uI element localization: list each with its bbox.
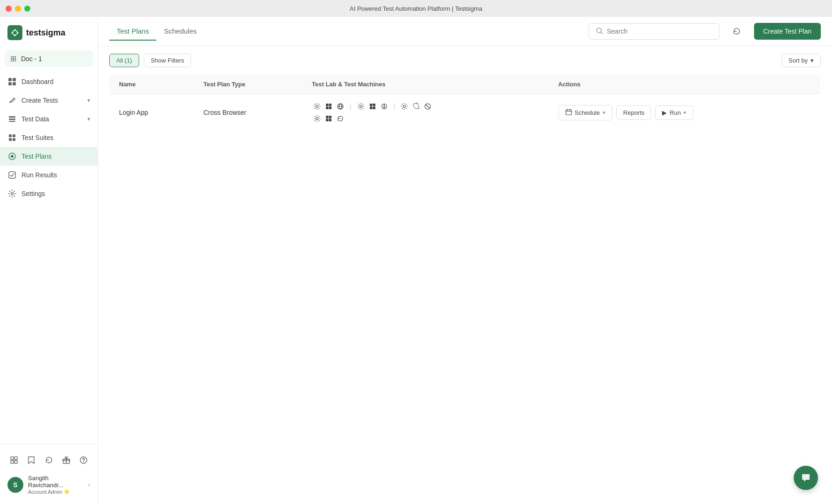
svg-rect-3 xyxy=(13,78,16,81)
svg-rect-2 xyxy=(8,78,12,81)
calendar-icon xyxy=(565,109,572,117)
svg-point-37 xyxy=(383,105,385,106)
sidebar-item-test-plans[interactable]: Test Plans xyxy=(0,147,98,166)
sidebar-item-settings[interactable]: Settings xyxy=(0,184,98,203)
svg-point-25 xyxy=(316,105,318,108)
test-plans-table: Name Test Plan Type Test Lab & Test Mach… xyxy=(109,75,821,132)
machine-group-1: | | xyxy=(312,101,540,112)
sidebar-logo: testsigma xyxy=(0,17,98,49)
col-type: Test Plan Type xyxy=(194,75,303,94)
svg-point-16 xyxy=(11,193,14,195)
chevron-down-icon: ▾ xyxy=(811,57,814,64)
svg-rect-26 xyxy=(326,104,329,106)
refresh-button[interactable] xyxy=(729,23,745,39)
chevron-down-icon: ▾ xyxy=(603,110,606,116)
machine-group-2 xyxy=(312,113,540,124)
refresh-small-icon xyxy=(335,113,345,124)
tab-test-plans[interactable]: Test Plans xyxy=(109,22,156,41)
search-box xyxy=(589,23,719,40)
gift-icon[interactable] xyxy=(60,453,72,467)
svg-rect-15 xyxy=(9,172,15,178)
svg-rect-19 xyxy=(11,461,14,463)
create-tests-icon xyxy=(7,96,17,105)
sidebar-bottom-icons xyxy=(5,449,93,471)
run-button[interactable]: ▶ Run ▾ xyxy=(655,105,693,120)
minimize-button[interactable] xyxy=(15,6,21,12)
svg-rect-11 xyxy=(9,138,12,141)
sidebar-item-create-tests[interactable]: Create Tests ▾ xyxy=(0,91,98,110)
run-results-icon xyxy=(7,170,17,180)
sidebar-item-run-results[interactable]: Run Results xyxy=(0,166,98,184)
svg-point-1 xyxy=(13,31,17,35)
sidebar: testsigma ⊞ Doc - 1 Dashboard Create Tes… xyxy=(0,17,98,504)
logo-icon xyxy=(7,25,22,40)
sidebar-item-test-data[interactable]: Test Data ▾ xyxy=(0,110,98,128)
col-machines: Test Lab & Test Machines xyxy=(303,75,549,94)
test-suites-icon xyxy=(7,133,17,142)
plan-machines: | | xyxy=(303,94,549,132)
actions-cell: Schedule ▾ Reports ▶ Run ▾ xyxy=(558,105,811,120)
tab-schedules[interactable]: Schedules xyxy=(156,22,204,41)
refresh-icon[interactable] xyxy=(42,453,55,467)
sidebar-item-test-suites[interactable]: Test Suites xyxy=(0,128,98,147)
svg-rect-42 xyxy=(329,116,332,119)
schedule-label: Schedule xyxy=(575,109,600,116)
bookmark-icon[interactable] xyxy=(25,453,37,467)
svg-rect-29 xyxy=(329,107,332,110)
chevron-down-icon: ▾ xyxy=(87,97,90,104)
svg-rect-43 xyxy=(326,119,329,122)
sidebar-nav: Dashboard Create Tests ▾ Test Data ▾ xyxy=(0,69,98,443)
all-filter-button[interactable]: All (1) xyxy=(109,54,139,67)
schedule-button[interactable]: Schedule ▾ xyxy=(558,105,613,120)
content-area: All (1) Show Filters Sort by ▾ Name Test… xyxy=(98,46,832,504)
apple-icon xyxy=(411,101,421,112)
chevron-down-icon: ▾ xyxy=(87,116,90,122)
main-content: Test Plans Schedules Create Test Plan xyxy=(98,17,832,504)
svg-rect-6 xyxy=(9,116,15,118)
circle-icon xyxy=(379,101,389,112)
browser-icon xyxy=(335,101,345,112)
svg-rect-10 xyxy=(13,134,15,137)
close-button[interactable] xyxy=(6,6,12,12)
svg-rect-41 xyxy=(326,116,329,119)
chat-button[interactable] xyxy=(794,466,818,490)
sidebar-user[interactable]: S Sangith Ravichandr... Account Admin ⭐ … xyxy=(5,471,93,498)
sidebar-doc-item[interactable]: ⊞ Doc - 1 xyxy=(5,50,93,67)
titlebar: AI Powered Test Automation Platform | Te… xyxy=(0,0,832,17)
sidebar-item-dashboard[interactable]: Dashboard xyxy=(0,72,98,91)
windows-icon-2 xyxy=(367,101,378,112)
chevron-right-icon: › xyxy=(88,482,90,488)
svg-rect-34 xyxy=(370,107,373,110)
user-name: Sangith Ravichandr... xyxy=(28,475,84,489)
sort-by-button[interactable]: Sort by ▾ xyxy=(782,54,821,67)
table-row: Login App Cross Browser xyxy=(110,94,821,132)
reports-label: Reports xyxy=(623,109,645,116)
help-icon[interactable] xyxy=(78,453,90,467)
gear-icon-4 xyxy=(312,113,322,124)
run-label: Run xyxy=(670,109,681,116)
header: Test Plans Schedules Create Test Plan xyxy=(98,17,832,46)
create-test-plan-button[interactable]: Create Test Plan xyxy=(754,23,821,40)
maximize-button[interactable] xyxy=(24,6,30,12)
svg-rect-27 xyxy=(329,104,332,106)
svg-rect-9 xyxy=(9,134,12,137)
show-filters-button[interactable]: Show Filters xyxy=(144,54,191,67)
sidebar-item-label: Test Suites xyxy=(21,134,90,141)
svg-point-14 xyxy=(11,155,14,158)
test-data-icon xyxy=(7,114,17,124)
svg-rect-32 xyxy=(370,104,373,106)
sidebar-grid-icon[interactable] xyxy=(7,453,20,467)
svg-point-23 xyxy=(84,462,85,462)
reports-button[interactable]: Reports xyxy=(616,105,652,120)
search-input[interactable] xyxy=(607,28,712,35)
content-toolbar-left: All (1) Show Filters xyxy=(109,54,191,67)
sidebar-item-label: Settings xyxy=(21,190,90,197)
table-body: Login App Cross Browser xyxy=(110,94,821,132)
svg-rect-20 xyxy=(14,461,17,463)
svg-point-31 xyxy=(360,105,362,108)
doc-label: Doc - 1 xyxy=(21,55,42,63)
svg-rect-44 xyxy=(329,119,332,122)
svg-rect-12 xyxy=(13,138,15,141)
plan-type: Cross Browser xyxy=(194,94,303,132)
plan-name: Login App xyxy=(110,94,194,132)
